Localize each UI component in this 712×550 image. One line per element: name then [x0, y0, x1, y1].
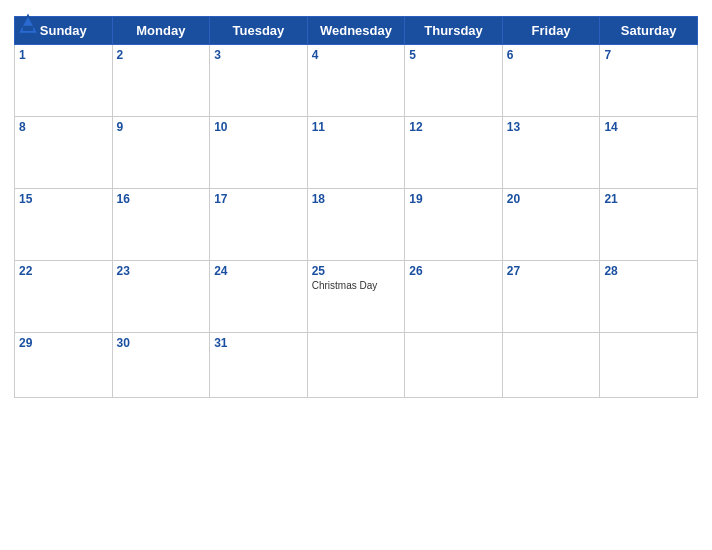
day-number: 1 [19, 48, 108, 62]
calendar-cell: 22 [15, 261, 113, 333]
calendar-cell [307, 333, 405, 398]
calendar-cell [600, 333, 698, 398]
day-number: 26 [409, 264, 498, 278]
header-thursday: Thursday [405, 17, 503, 45]
day-number: 27 [507, 264, 596, 278]
calendar-cell: 31 [210, 333, 308, 398]
day-number: 25 [312, 264, 401, 278]
day-number: 10 [214, 120, 303, 134]
day-number: 5 [409, 48, 498, 62]
header-wednesday: Wednesday [307, 17, 405, 45]
day-number: 22 [19, 264, 108, 278]
calendar-cell: 11 [307, 117, 405, 189]
calendar-week-row-2: 891011121314 [15, 117, 698, 189]
day-number: 6 [507, 48, 596, 62]
calendar-cell: 26 [405, 261, 503, 333]
day-number: 16 [117, 192, 206, 206]
calendar-cell: 3 [210, 45, 308, 117]
day-number: 29 [19, 336, 108, 350]
day-number: 30 [117, 336, 206, 350]
calendar-week-row-1: 1234567 [15, 45, 698, 117]
calendar-cell: 16 [112, 189, 210, 261]
calendar-cell: 15 [15, 189, 113, 261]
day-number: 4 [312, 48, 401, 62]
calendar-cell: 8 [15, 117, 113, 189]
calendar-cell: 5 [405, 45, 503, 117]
calendar-cell: 28 [600, 261, 698, 333]
day-number: 7 [604, 48, 693, 62]
calendar-week-row-4: 22232425Christmas Day262728 [15, 261, 698, 333]
day-number: 2 [117, 48, 206, 62]
day-number: 13 [507, 120, 596, 134]
calendar-cell: 10 [210, 117, 308, 189]
day-number: 20 [507, 192, 596, 206]
day-number: 23 [117, 264, 206, 278]
calendar-container: Sunday Monday Tuesday Wednesday Thursday… [0, 0, 712, 550]
calendar-cell: 13 [502, 117, 600, 189]
day-number: 9 [117, 120, 206, 134]
day-number: 15 [19, 192, 108, 206]
calendar-cell: 12 [405, 117, 503, 189]
day-number: 12 [409, 120, 498, 134]
day-number: 11 [312, 120, 401, 134]
calendar-cell: 7 [600, 45, 698, 117]
calendar-week-row-3: 15161718192021 [15, 189, 698, 261]
calendar-cell: 19 [405, 189, 503, 261]
day-number: 21 [604, 192, 693, 206]
calendar-cell: 23 [112, 261, 210, 333]
calendar-week-row-5: 293031 [15, 333, 698, 398]
calendar-cell: 6 [502, 45, 600, 117]
calendar-cell: 29 [15, 333, 113, 398]
calendar-cell: 27 [502, 261, 600, 333]
header-saturday: Saturday [600, 17, 698, 45]
logo-area [14, 10, 46, 38]
day-number: 17 [214, 192, 303, 206]
header-monday: Monday [112, 17, 210, 45]
day-number: 18 [312, 192, 401, 206]
day-number: 8 [19, 120, 108, 134]
calendar-cell: 24 [210, 261, 308, 333]
day-number: 14 [604, 120, 693, 134]
generalblue-logo-icon [14, 10, 42, 38]
calendar-cell: 2 [112, 45, 210, 117]
calendar-grid: Sunday Monday Tuesday Wednesday Thursday… [14, 16, 698, 398]
calendar-cell: 17 [210, 189, 308, 261]
day-number: 24 [214, 264, 303, 278]
calendar-cell [405, 333, 503, 398]
day-number: 28 [604, 264, 693, 278]
calendar-cell [502, 333, 600, 398]
calendar-cell: 14 [600, 117, 698, 189]
weekday-header-row: Sunday Monday Tuesday Wednesday Thursday… [15, 17, 698, 45]
calendar-cell: 21 [600, 189, 698, 261]
day-number: 3 [214, 48, 303, 62]
event-label: Christmas Day [312, 280, 401, 291]
day-number: 31 [214, 336, 303, 350]
header-tuesday: Tuesday [210, 17, 308, 45]
day-number: 19 [409, 192, 498, 206]
header-friday: Friday [502, 17, 600, 45]
calendar-cell: 30 [112, 333, 210, 398]
calendar-cell: 18 [307, 189, 405, 261]
calendar-cell: 25Christmas Day [307, 261, 405, 333]
calendar-cell: 4 [307, 45, 405, 117]
calendar-cell: 20 [502, 189, 600, 261]
svg-rect-2 [23, 26, 34, 31]
calendar-cell: 1 [15, 45, 113, 117]
calendar-cell: 9 [112, 117, 210, 189]
